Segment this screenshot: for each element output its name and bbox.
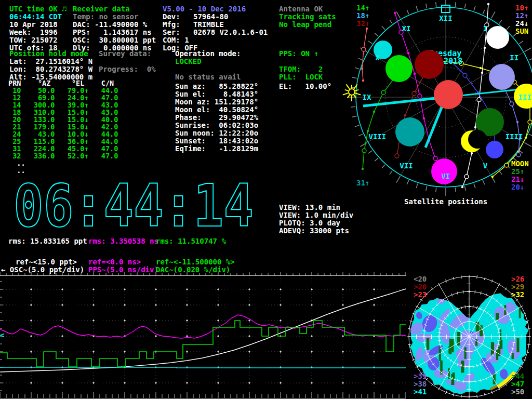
sat-label-bottom-left-line: 31↑ <box>356 179 369 187</box>
receiver-data-line: OSC: 30.800001 ppt <box>73 36 156 44</box>
version-info-line: Ser: 02678 V2.0.1.6-01 <box>163 29 268 36</box>
pps-status-line: PLL: LOCK <box>279 73 323 81</box>
rms-dac-line: rms: 11.510747 % <box>156 237 226 245</box>
sun-moon-data-line: Sun noon: 12:22:20o <box>175 129 258 137</box>
sat-label-bottom-right-line: 21↓ <box>511 176 529 183</box>
clock-digits: 06:44:14 <box>14 172 254 240</box>
satellite-dot-darkred-sat <box>415 50 444 79</box>
utc-status-line: TOW: 215072 <box>9 36 66 44</box>
rms-pps: rms: 3.350538 ns <box>88 237 158 245</box>
view-settings-line: VIEW: 1.0 min/div <box>279 211 353 219</box>
signal-legend-bottom-right-line: >44 <box>511 373 524 380</box>
satellite-dot-red-sat <box>434 80 463 109</box>
operation-mode-line: No status avail <box>175 73 241 81</box>
prn-table-row: 24 43.0 10.0↓ 44.0 <box>8 130 118 138</box>
satellite-dot-teal-sat <box>395 117 424 147</box>
antenna-status-line: Antenna OK <box>279 5 336 13</box>
dial-numeral: XI <box>402 24 411 33</box>
antenna-status: Antenna OKTracking satsNo leap pend <box>279 5 336 29</box>
sun-moon-data-line: Phase: 29.90472% <box>175 114 258 122</box>
signal-legend-top-right-line: >29 <box>511 283 524 291</box>
dial-numeral: VI <box>442 172 450 180</box>
sat-trail <box>362 29 367 81</box>
scale-osc: ← OSC~(5.0 ppt/div) <box>1 266 84 274</box>
digital-clock: 06:44:14 <box>9 179 259 231</box>
signal-legend-top-right-line: >32 <box>511 291 524 299</box>
satellite-dot-blue-sat <box>486 141 503 158</box>
rms-osc: rms: 15.833165 ppt <box>8 237 87 245</box>
sat-label-top-right-line: 24↓ <box>515 20 528 28</box>
satellite-dot-periwinkle-sat <box>489 64 515 90</box>
view-settings-line: PLOTQ: 3.0 day <box>279 219 353 227</box>
pps-status-line: PPS: ON ↑ <box>279 50 323 58</box>
dial-numeral: VIII <box>369 132 387 141</box>
version-info-line: V5.00 - 10 Dec 2016 <box>163 5 268 13</box>
version-info: V5.00 - 10 Dec 2016Dev: 57964-80Mfg: TRI… <box>163 5 268 52</box>
sat-label-bottom-right: MOON25↑21↓20↓ <box>511 160 529 191</box>
scale-osc-line: ← OSC~(5.0 ppt/div) <box>1 266 84 274</box>
ref-pps-line: ref=<0.0 ns> <box>88 258 141 266</box>
satellite-position-map[interactable]: TuesdayApr 2018XIIIIIIIIIIIIVVIVIIVIIIIX… <box>343 0 532 208</box>
survey-data: Survey data: Progress: 0% <box>99 50 156 73</box>
signal-legend-top-right-line: >26 <box>511 275 524 283</box>
version-info-line: Dev: 57964-80 <box>163 13 268 21</box>
sat-plot-caption-line: Satellite positions <box>404 198 487 206</box>
prn-table-row: 21 179.0 15.0↓ 42.0 <box>8 123 118 130</box>
ref-dac: ref~<-11.500000 %> <box>156 258 235 266</box>
dial-numeral: IX <box>363 93 371 101</box>
scale-dac-line: DAC~(0.020 %/div) <box>156 266 230 274</box>
sat-label-top-right-line: 12↑ <box>515 12 528 20</box>
dial-numeral: III <box>518 93 531 101</box>
dial-numeral: II <box>510 54 518 62</box>
sun-icon <box>343 84 361 101</box>
sat-label-top-left-line: 14↑ <box>356 4 369 12</box>
utc-status-line: Week: 1996 <box>9 29 66 36</box>
scale-pps: PPS~(5.0 ns/div) <box>88 266 158 274</box>
dial-numeral: V <box>483 162 488 170</box>
version-info-line: COM: 1 <box>163 36 268 44</box>
signal-legend-bottom-left: >35>38>41 <box>414 373 427 396</box>
sat-trail <box>363 75 396 169</box>
sat-label-top-right-line: SUN <box>515 28 528 35</box>
antenna-status-line: No leap pend <box>279 21 336 29</box>
position-hold-line: Position hold mode <box>9 50 92 58</box>
utc-status: UTC time OK ♬06:44:14 CDT10 Apr 2018Week… <box>9 5 66 52</box>
operation-mode-line: LOCKED <box>175 58 241 65</box>
rms-dac: rms: 11.510747 % <box>156 237 226 245</box>
prn-table-row: 20 133.0 15.0↓ 40.0 <box>8 116 118 123</box>
sun-moon-data-line: Moon el: 40.50824° <box>175 106 258 114</box>
ref-osc: ref~<15.0 ppt> <box>16 258 77 266</box>
signal-legend-bottom-right-line: >47 <box>511 380 524 388</box>
dial-numeral: IIII <box>506 132 523 141</box>
sun-moon-data-line: Sun el: 8.48143° <box>175 90 258 98</box>
sun-moon-data-line: Moon az: 151.29178° <box>175 98 258 106</box>
minute-hand <box>363 97 446 106</box>
survey-data-line: Progress: 0% <box>99 65 156 73</box>
dial-numeral: XII <box>439 14 452 22</box>
signal-legend-top-left-line: <20 <box>414 275 427 283</box>
view-settings: VIEW: 13.0 minVIEW: 1.0 min/divPLOTQ: 3.… <box>279 204 353 235</box>
operation-mode-line <box>175 65 241 73</box>
sun-moon-data-line: Sunrise: 06:02:03o <box>175 122 258 129</box>
elevation-mask-line: EL: 10.00° <box>279 83 331 90</box>
dial-numeral: VII <box>400 162 413 170</box>
receiver-data-line: DAC: -11.490000 % <box>73 21 156 29</box>
position-hold-line: Alt: -15.54000000 m <box>9 73 92 81</box>
sun-moon-data-line: EqTime: -1.28129m <box>175 145 258 153</box>
survey-data-line <box>99 58 156 65</box>
sat-label-bottom-right-line: 25↑ <box>511 168 529 176</box>
main-plot[interactable] <box>0 275 406 399</box>
prn-table-row: 14 300.0 39.0↑ 43.0 <box>8 101 118 109</box>
prn-table-row: 31 224.0 45.0↑ 47.0 <box>8 145 118 152</box>
prn-table-row: 12 69.0 24.0↑ 47.0 <box>8 94 118 101</box>
utc-status-line: 06:44:14 CDT <box>9 13 66 21</box>
pps-status-line: TFOM: 2 <box>279 65 323 73</box>
signal-legend-bottom-right-line: >50 <box>511 388 524 396</box>
position-hold-line: Lat: 27.1516014° N <box>9 58 92 65</box>
signal-legend-top-left: <20>20>23 <box>414 275 427 299</box>
sat-label-top-left-line: 18↑ <box>356 12 369 20</box>
lady-heather-screen: 06:44:14 PRN °AZ °EL C/N 10 50.0 79.0↑ 4… <box>0 0 532 399</box>
sat-label-bottom-left: 31↑ <box>356 179 369 187</box>
sat-plot-caption: Satellite positions <box>404 198 487 206</box>
signal-legend-top-left-line: >20 <box>414 283 427 291</box>
